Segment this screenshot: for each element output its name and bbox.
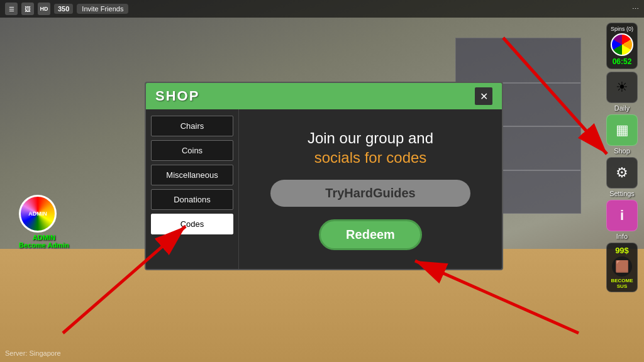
settings-item[interactable]: ⚙ Settings [606,157,638,197]
sun-icon: ☀ [616,79,628,96]
spins-label: Spins (0) [609,26,635,32]
nav-item-coins[interactable]: Coins [151,140,233,161]
settings-label: Settings [609,190,635,197]
shop-modal: SHOP ✕ Chairs Coins Miscellaneous Donati… [145,82,503,270]
info-item[interactable]: i Info [606,200,638,240]
nav-item-chairs[interactable]: Chairs [151,116,233,136]
become-sus-label: BECOME SUS [609,278,635,289]
join-line2: socials for codes [314,149,427,166]
nav-item-donations[interactable]: Donations [151,189,233,210]
admin-circle: ADMIN [19,195,57,233]
photo-icon[interactable]: 🖼 [21,3,34,15]
shop-close-button[interactable]: ✕ [475,87,492,105]
server-label: Server: Singapore [5,349,61,357]
right-sidebar: Spins (0) 06:52 ☀ Daily ▦ Shop ⚙ Setting… [600,18,644,297]
gear-icon: ⚙ [616,165,628,181]
become-sus-item[interactable]: 99$ 🟫 BECOME SUS [606,243,638,292]
top-bar-right: ⋯ [632,5,639,13]
currency-badge: 350 [54,4,73,14]
admin-name-label: ADMIN [19,234,69,241]
shop-sidebar-item[interactable]: ▦ Shop [606,114,638,155]
hd-icon[interactable]: HD [38,3,50,15]
become-admin-label: Become Admin [19,241,69,249]
info-icon-box: i [606,200,638,231]
shop-grid-icon: ▦ [616,122,629,138]
spins-wheel [611,33,633,56]
shop-content: Join our group and socials for codes Red… [239,109,502,269]
invite-friends-button[interactable]: Invite Friends [77,4,128,14]
sus-count: 99$ [609,246,635,255]
shop-title: SHOP [155,88,199,104]
shop-sidebar-label: Shop [614,147,630,155]
sus-figure: 🟫 [612,256,632,277]
spins-timer: 06:52 [609,57,635,66]
daily-label: Daily [614,104,630,112]
admin-inner-label: ADMIN [28,211,47,217]
daily-item[interactable]: ☀ Daily [606,72,638,112]
info-label: Info [616,233,628,240]
nav-item-codes[interactable]: Codes [151,214,233,234]
join-line1: Join our group and [308,129,433,146]
code-input-wrapper[interactable] [270,180,470,207]
info-icon: i [620,207,624,224]
spins-item[interactable]: Spins (0) 06:52 [606,23,638,69]
redeem-button[interactable]: Redeem [319,219,422,250]
menu-icon[interactable]: ☰ [5,3,18,15]
nav-item-misc[interactable]: Miscellaneous [151,165,233,185]
shop-header: SHOP ✕ [146,83,502,109]
settings-icon-box: ⚙ [606,157,638,189]
code-input[interactable] [289,186,452,200]
sus-box: 99$ 🟫 BECOME SUS [606,243,638,292]
daily-icon-box: ☀ [606,72,638,103]
admin-avatar: ADMIN ADMIN Become Admin [19,195,69,249]
join-text: Join our group and socials for codes [308,128,433,167]
shop-icon-box: ▦ [606,114,638,146]
spins-box: Spins (0) 06:52 [606,23,638,69]
shop-nav: Chairs Coins Miscellaneous Donations Cod… [146,109,239,269]
shop-body: Chairs Coins Miscellaneous Donations Cod… [146,109,502,269]
hd-label: HD [40,6,48,12]
top-bar: ☰ 🖼 HD 350 Invite Friends ⋯ [0,0,644,18]
